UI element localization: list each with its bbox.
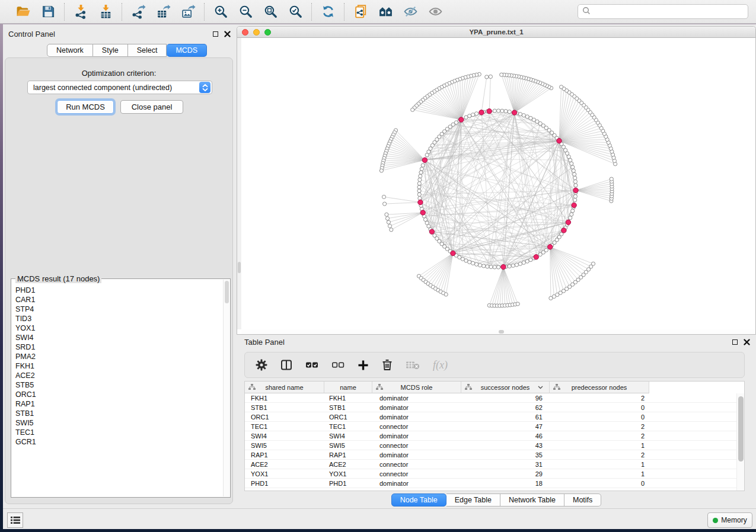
- delete-table-icon[interactable]: [406, 360, 420, 370]
- add-row-icon[interactable]: [358, 360, 369, 371]
- mcds-result-item[interactable]: STB5: [15, 380, 223, 390]
- main-toolbar: [0, 0, 756, 24]
- tab-network[interactable]: Network: [47, 44, 93, 57]
- network-horizontal-scrollbar[interactable]: [241, 329, 755, 334]
- cell-name: SWI5: [324, 441, 372, 450]
- mcds-result-item[interactable]: SWI5: [15, 418, 223, 428]
- import-table-icon[interactable]: [97, 4, 114, 20]
- float-panel-icon[interactable]: [732, 339, 738, 345]
- mcds-result-list[interactable]: PHD1CAR1STP4TID3YOX1SWI4SRD1PMA2FKH1ACE2…: [12, 281, 223, 496]
- mcds-result-item[interactable]: PMA2: [15, 352, 223, 361]
- mcds-result-item[interactable]: YOX1: [15, 323, 223, 333]
- column-header-name[interactable]: name: [324, 382, 372, 393]
- run-mcds-button[interactable]: Run MCDS: [57, 100, 114, 114]
- mcds-result-item[interactable]: ACE2: [15, 371, 223, 380]
- cell-MCDS-role: dominator: [372, 450, 461, 459]
- column-header-MCDS-role[interactable]: MCDS role: [372, 382, 461, 393]
- search-input[interactable]: [591, 8, 744, 16]
- table-scrollbar[interactable]: [736, 393, 744, 491]
- open-session-icon[interactable]: [15, 4, 31, 20]
- show-panels-button[interactable]: [7, 512, 23, 528]
- select-all-icon[interactable]: [305, 360, 318, 370]
- refresh-layout-icon[interactable]: [320, 4, 336, 20]
- table-row[interactable]: SWI5SWI5connector431: [245, 441, 736, 450]
- column-header-shared-name[interactable]: shared name: [245, 382, 324, 393]
- memory-status-icon: [713, 518, 718, 523]
- mcds-result-item[interactable]: FKH1: [15, 361, 223, 371]
- control-panel-title: Control Panel: [8, 30, 213, 39]
- export-table-icon[interactable]: [155, 4, 171, 20]
- network-vertical-scrollbar[interactable]: [237, 38, 241, 329]
- zoom-in-icon[interactable]: [212, 4, 229, 20]
- column-header-successor-nodes[interactable]: successor nodes: [461, 382, 550, 393]
- table-settings-icon[interactable]: [256, 359, 267, 371]
- save-session-icon[interactable]: [40, 4, 56, 20]
- network-canvas[interactable]: [241, 38, 756, 331]
- cell-predecessor-nodes: 2: [550, 450, 649, 459]
- mcds-result-item[interactable]: SWI4: [15, 333, 223, 342]
- find-icon[interactable]: [377, 4, 394, 20]
- mcds-result-item[interactable]: ORC1: [15, 390, 223, 399]
- cell-shared-name: TEC1: [245, 422, 324, 431]
- tab-select[interactable]: Select: [128, 44, 167, 57]
- mcds-result-item[interactable]: STP4: [15, 305, 223, 314]
- table-row[interactable]: FKH1FKH1dominator962: [245, 393, 736, 403]
- table-header: shared namenameMCDS rolesuccessor nodesp…: [245, 382, 649, 393]
- cell-MCDS-role: dominator: [372, 412, 461, 421]
- mcds-result-item[interactable]: TID3: [15, 314, 223, 323]
- table-row[interactable]: SWI4SWI4dominator462: [245, 431, 736, 441]
- mcds-result-item[interactable]: STB1: [15, 409, 223, 418]
- table-row[interactable]: TEC1TEC1connector472: [245, 422, 736, 431]
- tab-network-table[interactable]: Network Table: [500, 493, 564, 507]
- search-box[interactable]: [578, 4, 748, 19]
- tab-mcds[interactable]: MCDS: [167, 44, 207, 57]
- show-all-icon[interactable]: [427, 4, 444, 20]
- zoom-out-icon[interactable]: [237, 4, 254, 20]
- column-header-predecessor-nodes[interactable]: predecessor nodes: [550, 382, 649, 393]
- memory-button[interactable]: Memory: [707, 512, 752, 528]
- table-row[interactable]: ACE2ACE2connector311: [245, 460, 736, 469]
- tab-motifs[interactable]: Motifs: [564, 493, 601, 507]
- cell-name: TEC1: [324, 422, 372, 431]
- app-body: Control Panel NetworkStyleSelectMCDS Opt…: [3, 24, 756, 529]
- cell-name: PHD1: [324, 479, 372, 488]
- mcds-result-item[interactable]: PHD1: [15, 286, 223, 295]
- criterion-select[interactable]: largest connected component (undirected): [27, 81, 212, 94]
- cell-MCDS-role: connector: [372, 469, 461, 478]
- cell-predecessor-nodes: 0: [550, 412, 649, 421]
- close-panel-button[interactable]: Close panel: [120, 100, 183, 114]
- delete-rows-icon[interactable]: [382, 359, 393, 371]
- cell-shared-name: RAP1: [245, 450, 324, 459]
- network-window-titlebar[interactable]: YPA_prune.txt_1: [237, 27, 755, 38]
- export-image-icon[interactable]: [180, 4, 196, 20]
- network-window-title: YPA_prune.txt_1: [237, 28, 755, 36]
- cell-shared-name: ACE2: [245, 460, 324, 469]
- close-panel-icon[interactable]: [224, 31, 231, 37]
- close-panel-icon[interactable]: [744, 339, 750, 345]
- table-row[interactable]: ORC1ORC1dominator610: [245, 412, 736, 422]
- tab-node-table[interactable]: Node Table: [391, 493, 446, 507]
- export-network-icon[interactable]: [130, 4, 146, 20]
- mcds-result-item[interactable]: TEC1: [15, 428, 223, 437]
- table-row[interactable]: STB1STB1dominator620: [245, 403, 736, 412]
- show-columns-icon[interactable]: [280, 359, 292, 371]
- table-row[interactable]: PHD1PHD1dominator180: [245, 479, 736, 488]
- cell-shared-name: STB1: [245, 403, 324, 412]
- mcds-result-item[interactable]: GCR1: [15, 437, 223, 447]
- table-row[interactable]: RAP1RAP1dominator352: [245, 450, 736, 460]
- result-scrollbar[interactable]: [223, 280, 229, 496]
- import-network-icon[interactable]: [72, 4, 89, 20]
- mcds-result-item[interactable]: SRD1: [15, 342, 223, 352]
- float-panel-icon[interactable]: [213, 31, 218, 37]
- zoom-fit-icon[interactable]: [262, 4, 279, 20]
- cell-successor-nodes: 31: [461, 460, 550, 469]
- zoom-selected-icon[interactable]: [287, 4, 304, 20]
- mcds-result-item[interactable]: RAP1: [15, 399, 223, 409]
- table-row[interactable]: YOX1YOX1connector291: [245, 469, 736, 479]
- hide-selected-icon[interactable]: [402, 4, 419, 20]
- deselect-all-icon[interactable]: [331, 360, 344, 370]
- clone-network-icon[interactable]: [352, 4, 369, 20]
- mcds-result-item[interactable]: CAR1: [15, 295, 223, 305]
- tab-edge-table[interactable]: Edge Table: [446, 493, 500, 507]
- tab-style[interactable]: Style: [93, 44, 128, 57]
